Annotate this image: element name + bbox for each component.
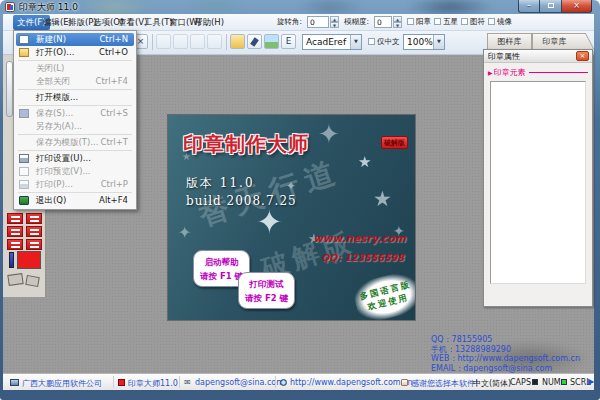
menu-item-save-template[interactable]: 保存为模版(T)... Ctrl+T <box>16 136 134 149</box>
panel-header[interactable]: 印章属性 × <box>484 50 592 63</box>
yang-seal-label: 阳章 <box>416 17 431 27</box>
blur-input[interactable]: 0 <box>374 16 392 28</box>
menu-item-open-template[interactable]: 打开模版... <box>16 91 134 104</box>
menu-item-save[interactable]: 保存(S)... Ctrl+S <box>16 107 134 120</box>
menu-item-label: 新建(N) <box>36 34 66 44</box>
new-doc-icon <box>19 35 29 44</box>
section-divider <box>529 72 588 73</box>
spin-down-icon[interactable]: ▼ <box>330 22 339 28</box>
rotate-input[interactable]: 0 <box>307 16 329 28</box>
menu-item-close[interactable]: 关闭(L) <box>16 62 134 75</box>
mirror-checkbox[interactable] <box>488 18 495 25</box>
seal-template-button[interactable] <box>7 239 23 250</box>
background-color-swatch[interactable] <box>9 252 14 268</box>
splash-badge: 破解版 <box>381 136 408 149</box>
scroll-right-icon[interactable]: ▶ <box>588 377 594 386</box>
seal-template-button[interactable] <box>26 213 42 224</box>
stamp-icon[interactable] <box>25 275 40 287</box>
close-icon: × <box>580 52 586 60</box>
yang-seal-checkbox[interactable] <box>407 18 414 25</box>
contact-email: EMAIL：dapengsoft@sina.com <box>431 364 580 374</box>
titlebar[interactable]: 印章大师 11.0 <box>0 0 600 14</box>
text-icon[interactable]: E <box>281 34 296 49</box>
seal-template-button[interactable] <box>7 226 23 237</box>
section-label: 印章元素 <box>494 67 526 78</box>
statusbar-divider <box>113 376 114 388</box>
tool-icon-disabled[interactable] <box>190 34 205 49</box>
status-thanks: 感谢您选择本软件! <box>411 378 478 389</box>
maximize-button[interactable] <box>540 0 562 13</box>
menu-item-print-setup[interactable]: 打印设置(U)... <box>16 152 134 165</box>
foreground-color-swatch[interactable] <box>17 251 41 269</box>
menu-item-save-as[interactable]: 另存为(A)... <box>16 120 134 133</box>
menu-separator <box>18 105 132 106</box>
tool-icon-disabled[interactable] <box>156 34 171 49</box>
print-bubble-line1: 打印测试 <box>239 277 294 291</box>
blur-label: 模糊度: <box>344 17 369 27</box>
toolbox-slider[interactable] <box>6 61 13 117</box>
image-icon[interactable] <box>264 34 279 49</box>
panel-close-button[interactable]: × <box>576 51 589 61</box>
seal-template-button[interactable] <box>26 239 42 250</box>
multilang-badge: 多国语言版 欢迎使用 <box>351 269 415 320</box>
stamp-icon[interactable] <box>7 273 23 286</box>
menu-item-close-all[interactable]: 全部关闭 Ctrl+F4 <box>16 75 134 88</box>
print-preview-icon <box>19 167 29 176</box>
close-icon: × <box>573 1 580 10</box>
rotate-spinner[interactable]: ▲ ▼ <box>330 16 339 28</box>
help-bubble-line1: 启动帮助 <box>194 255 249 269</box>
glass-blob <box>405 0 495 14</box>
menu-help[interactable]: 帮助(H) <box>190 15 228 30</box>
caps-label: CAPS <box>510 378 531 387</box>
tool-icon-disabled[interactable] <box>173 34 188 49</box>
seal-template-button[interactable] <box>26 226 42 237</box>
window-title: 印章大师 11.0 <box>19 1 78 14</box>
status-product: 印章大师11.0 <box>128 378 178 389</box>
seal-elements-list[interactable] <box>490 81 586 284</box>
menubar: 文件(F) 编辑(E) 排版(P) 选项(O) 查看(V) 工具(T) 窗口(W… <box>3 14 594 31</box>
contact-web: WEB：http://www.dapengsoft.com.cn <box>431 354 580 364</box>
blur-spinner[interactable]: ▲ ▼ <box>393 16 402 28</box>
num-label: NUM <box>542 378 561 387</box>
star-label: 五星 <box>443 17 458 27</box>
section-arrow-icon: ▶ <box>488 69 493 76</box>
zoom-combo[interactable]: 100% ▼ <box>403 34 445 50</box>
menu-item-print-preview[interactable]: 打印预览(V)... <box>16 165 134 178</box>
close-button[interactable]: × <box>562 0 592 13</box>
status-web-link[interactable]: http://www.dapengsoft.com.cn <box>290 378 413 387</box>
font-combo[interactable]: AcadEref ▼ <box>302 34 362 50</box>
menu-item-label: 另存为(A)... <box>36 121 82 131</box>
menu-item-label: 保存(S)... <box>36 108 73 118</box>
statusbar: 广西大鹏应用软件公司 印章大师11.0 ✉ dapengsoft@sina.co… <box>3 373 594 390</box>
menu-item-open[interactable]: 打开(O)... Ctrl+O <box>16 46 134 59</box>
mirror-label: 镜像 <box>497 17 512 27</box>
rotate-label: 旋转角: <box>277 17 302 27</box>
color-pen-icon[interactable] <box>247 34 262 49</box>
print-test-bubble: 打印测试 请按 F2 键 <box>238 272 295 309</box>
tab-pattern-library[interactable]: 图样库 <box>487 33 532 49</box>
menu-separator <box>18 150 132 151</box>
chevron-down-icon[interactable]: ▼ <box>433 35 444 49</box>
only-chinese-checkbox[interactable] <box>368 38 375 45</box>
zoom-combo-value: 100% <box>407 37 433 47</box>
seal-template-button[interactable] <box>7 213 23 224</box>
symbol-checkbox[interactable] <box>461 18 468 25</box>
menu-separator <box>18 134 132 135</box>
seal-icon <box>118 379 125 386</box>
window-controls: – × <box>518 0 592 13</box>
tool-icon-disabled[interactable] <box>207 34 222 49</box>
star-checkbox[interactable] <box>434 18 441 25</box>
status-email-link[interactable]: dapengsoft@sina.com <box>195 378 284 387</box>
menu-item-exit[interactable]: 退出(Q) Alt+F4 <box>16 194 134 207</box>
maximize-icon <box>548 3 554 8</box>
chevron-down-icon[interactable]: ▼ <box>350 35 361 49</box>
menu-item-print[interactable]: 打印(P)... Ctrl+P <box>16 178 134 191</box>
only-chinese-label: 仅中文 <box>377 37 400 47</box>
export-folder-icon[interactable] <box>230 34 245 49</box>
spin-down-icon[interactable]: ▼ <box>393 22 402 28</box>
caps-indicator <box>532 379 538 385</box>
minimize-button[interactable]: – <box>518 0 540 13</box>
save-floppy-icon <box>19 109 29 118</box>
menu-item-new[interactable]: 新建(N) Ctrl+N <box>16 33 134 46</box>
statusbar-divider <box>275 376 276 388</box>
